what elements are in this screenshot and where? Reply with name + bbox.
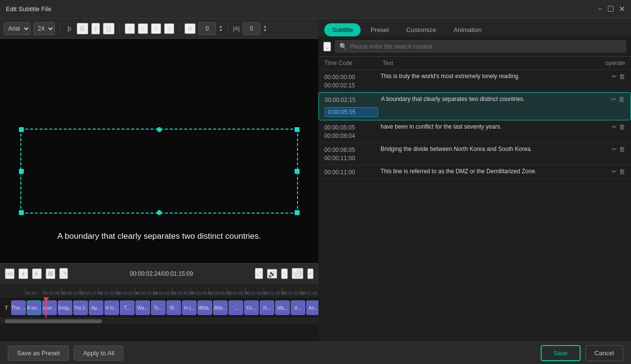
tab-animation[interactable]: Animation <box>446 23 489 36</box>
loop-button[interactable]: ◔ <box>59 268 68 279</box>
track-clips[interactable]: This ... A bo... have ... Bridg... This … <box>11 299 318 316</box>
time-edit-input-2[interactable] <box>325 107 378 117</box>
clip[interactable]: N... <box>260 300 274 315</box>
clip[interactable]: W... <box>166 300 181 315</box>
bold-button[interactable]: B <box>77 23 88 34</box>
fullscreen-button[interactable]: ⤢ <box>255 268 263 279</box>
subtitle-list[interactable]: 00:00:00:00 This is truly the world's mo… <box>318 70 631 342</box>
split-icon-2[interactable]: ✂ <box>611 96 616 103</box>
handle-middle-right[interactable] <box>295 169 299 174</box>
strikethrough-button[interactable]: A <box>184 23 196 34</box>
clip[interactable]: T... <box>120 300 134 315</box>
search-input[interactable] <box>350 43 622 50</box>
clip[interactable]: This li... <box>73 300 88 315</box>
spacing-down-arrow-1[interactable]: ▼ <box>219 29 223 33</box>
left-column: Arial 24 þ B I U ≡ ≡ ≡ ≡ A <box>0 18 318 342</box>
stop-button[interactable]: ⏹ <box>46 268 55 279</box>
clip[interactable]: An... <box>306 300 318 315</box>
spacing-down-arrow-2[interactable]: ▼ <box>263 29 267 33</box>
underline-button[interactable]: U <box>103 23 115 34</box>
align-justify-button[interactable]: ≡ <box>164 23 174 34</box>
entry-timecode-end-1: 00:00:02:15 <box>324 81 355 89</box>
delete-icon-2[interactable]: 🗑 <box>618 96 625 103</box>
play-button[interactable]: ⏵ <box>32 268 42 279</box>
minimize-button[interactable]: − <box>598 4 602 14</box>
subtitle-entry-1[interactable]: 00:00:00:00 This is truly the world's mo… <box>318 70 631 92</box>
align-center-button[interactable]: ≡ <box>125 23 135 34</box>
clip[interactable]: A... <box>291 300 305 315</box>
split-icon-1[interactable]: ✂ <box>612 73 617 80</box>
align-right-button[interactable]: ≡ <box>151 23 161 34</box>
tab-customize[interactable]: Customize <box>399 23 444 36</box>
ruler-mark: 00:00:40:00 <box>171 291 190 296</box>
split-icon-3[interactable]: ✂ <box>612 123 617 131</box>
volume-button[interactable]: 🔊 <box>267 269 277 279</box>
delete-icon-3[interactable]: 🗑 <box>619 123 625 131</box>
align-left-button[interactable]: ≡ <box>138 23 148 34</box>
handle-top-left[interactable] <box>19 127 24 132</box>
ruler-mark: 00:01:05:00 <box>263 291 282 296</box>
clip[interactable]: Ko... <box>244 300 259 315</box>
split-icon-5[interactable]: ✂ <box>612 168 617 175</box>
subtitle-entry-5[interactable]: 00:00:11:00 This line is referred to as … <box>318 165 631 179</box>
clip[interactable]: Milita... <box>198 300 212 315</box>
clip[interactable]: Afte... <box>213 300 228 315</box>
clip-active[interactable]: A bo... <box>27 300 41 315</box>
settings-button[interactable]: ⚪ <box>292 268 303 279</box>
handle-bottom-left[interactable] <box>19 210 24 215</box>
clip[interactable]: have ... <box>42 300 57 315</box>
subtitle-bounding-box[interactable] <box>20 129 298 214</box>
clip[interactable]: A fo... <box>104 300 119 315</box>
entry-text-3: have been in conflict for the last seven… <box>381 123 609 130</box>
search-icon: 🔍 <box>339 43 347 50</box>
timeline-scrollbar-thumb[interactable] <box>5 319 102 323</box>
entry-timecode-5: 00:00:11:00 <box>324 168 378 176</box>
frame-back-button[interactable]: ⏴ <box>18 268 28 279</box>
save-button[interactable]: Save <box>541 345 581 361</box>
clip[interactable]: To... <box>151 300 166 315</box>
split-icon-4[interactable]: ✂ <box>612 146 617 153</box>
font-family-select[interactable]: Arial <box>4 22 31 35</box>
delete-icon-5[interactable]: 🗑 <box>619 168 625 175</box>
step-back-button[interactable]: ⏮ <box>5 268 15 279</box>
clip[interactable]: '... <box>229 300 243 315</box>
clip[interactable]: Ma... <box>275 300 290 315</box>
font-size-select[interactable]: 24 <box>33 22 55 35</box>
clip[interactable]: Bridg... <box>58 300 72 315</box>
zoom-in-button[interactable]: + <box>307 268 314 279</box>
delete-icon-1[interactable]: 🗑 <box>619 73 625 80</box>
apply-to-all-button[interactable]: Apply to All <box>74 346 123 361</box>
italic-button[interactable]: I <box>91 23 100 34</box>
delete-icon-4[interactable]: 🗑 <box>619 146 625 153</box>
toolbar-divider-4 <box>228 23 228 34</box>
clip[interactable]: Wa... <box>135 300 150 315</box>
handle-bottom-center[interactable] <box>157 210 162 215</box>
timeline-scrollbar[interactable] <box>0 318 318 324</box>
cancel-button[interactable]: Cancel <box>585 345 623 361</box>
tab-subtitle[interactable]: Subtitle <box>324 23 361 36</box>
zoom-out-button[interactable]: − <box>281 268 287 279</box>
handle-middle-left[interactable] <box>19 169 24 174</box>
subtitle-entry-2[interactable]: 00:00:02:15 A boundary that clearly sepa… <box>318 92 631 120</box>
entry-actions-5: ✂ 🗑 <box>612 168 625 175</box>
clip[interactable]: This ... <box>11 300 26 315</box>
col-header-operate: operate <box>591 60 625 66</box>
handle-top-right[interactable] <box>295 127 299 132</box>
spacing-arrows-2[interactable]: ▲ ▼ <box>263 25 267 33</box>
ruler-mark: 00:00:50:00 <box>208 291 227 296</box>
save-preset-button[interactable]: Save as Preset <box>8 346 69 361</box>
handle-top-center[interactable] <box>157 127 162 132</box>
tab-preset[interactable]: Preset <box>363 23 397 36</box>
handle-bottom-right[interactable] <box>295 210 299 215</box>
maximize-button[interactable]: ☐ <box>607 4 614 14</box>
close-button[interactable]: ✕ <box>619 4 625 14</box>
clip[interactable]: In t... <box>182 300 197 315</box>
subtitle-entry-4[interactable]: 00:00:08:05 Bridging the divide between … <box>318 143 631 165</box>
dropdown-button[interactable]: ⌄ <box>323 42 331 51</box>
col-header-timecode: Time Code <box>324 60 382 66</box>
spacing-value-2: 0 <box>243 22 260 35</box>
clip[interactable]: Ap... <box>89 300 103 315</box>
track-label-t: T <box>0 305 11 311</box>
spacing-arrows-1[interactable]: ▲ ▼ <box>219 25 223 33</box>
subtitle-entry-3[interactable]: 00:00:05:05 have been in conflict for th… <box>318 120 631 143</box>
